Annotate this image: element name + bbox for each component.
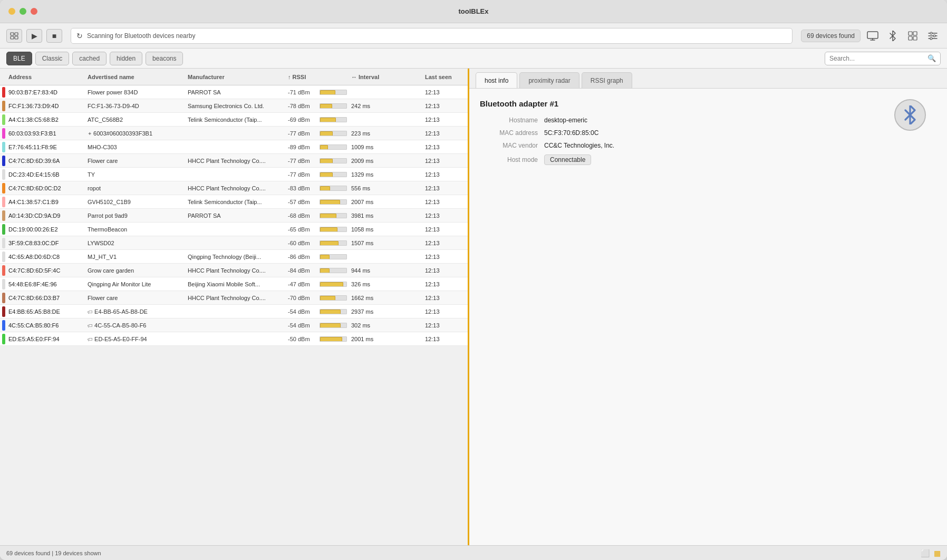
device-rssi: -50 dBm — [286, 336, 349, 342]
status-bar: 69 devices found | 19 devices shown ⬜ ▦ — [0, 545, 947, 560]
table-row[interactable]: E7:76:45:11:F8:9E MHO-C303 -89 dBm 1009 … — [0, 140, 468, 154]
device-manufacturer: Telink Semiconductor (Taip... — [186, 199, 286, 205]
filter-classic-button[interactable]: Classic — [35, 52, 70, 65]
table-row[interactable]: A0:14:3D:CD:9A:D9 Parrot pot 9ad9 PARROT… — [0, 209, 468, 223]
device-interval: 1329 ms — [349, 171, 423, 178]
table-row[interactable]: C4:7C:8D:66:D3:B7 Flower care HHCC Plant… — [0, 291, 468, 305]
device-last-seen: 12:13 — [423, 336, 468, 342]
device-name: ATC_C568B2 — [85, 117, 186, 123]
host-mode-label: Host mode — [480, 156, 538, 163]
device-table-body: 90:03:B7:E7:83:4D Flower power 834D PARR… — [0, 85, 468, 545]
device-name: MJ_HT_V1 — [85, 254, 186, 260]
table-row[interactable]: 54:48:E6:8F:4E:96 Qingping Air Monitor L… — [0, 277, 468, 291]
rssi-bar-fill — [320, 214, 336, 218]
table-row[interactable]: ED:E5:A5:E0:FF:94 🏷 ED-E5-A5-E0-FF-94 -5… — [0, 332, 468, 346]
device-color-indicator — [2, 238, 5, 248]
rssi-bar-fill — [320, 227, 337, 232]
device-last-seen: 12:13 — [423, 117, 468, 123]
device-address: E7:76:45:11:F8:9E — [6, 144, 85, 150]
table-row[interactable]: 90:03:B7:E7:83:4D Flower power 834D PARR… — [0, 85, 468, 99]
device-rssi: -68 dBm — [286, 213, 349, 219]
device-color-indicator — [2, 183, 5, 194]
table-row[interactable]: DC:19:00:00:26:E2 ThermoBeacon -65 dBm 1… — [0, 223, 468, 236]
device-color-indicator — [2, 197, 5, 207]
device-last-seen: 12:13 — [423, 213, 468, 219]
device-address: A4:C1:38:C5:68:B2 — [6, 117, 85, 123]
col-last-seen[interactable]: Last seen — [423, 74, 469, 80]
device-color-indicator — [2, 279, 5, 289]
svg-rect-5 — [909, 32, 912, 35]
device-manufacturer: Beijing Xiaomi Mobile Soft... — [186, 281, 286, 287]
device-rssi: -47 dBm — [286, 281, 349, 287]
device-interval: 556 ms — [349, 185, 423, 191]
col-interval[interactable]: ↔ Interval — [349, 74, 423, 80]
device-last-seen: 12:13 — [423, 158, 468, 164]
table-row[interactable]: 3F:59:C8:83:0C:DF LYWSD02 -60 dBm 1507 m… — [0, 236, 468, 250]
host-mode-badge: Connectable — [544, 155, 591, 165]
rssi-bar-bg — [320, 323, 347, 328]
device-color-indicator — [2, 114, 5, 125]
table-row[interactable]: C4:7C:8D:6D:0C:D2 ropot HHCC Plant Techn… — [0, 181, 468, 195]
close-button[interactable] — [31, 8, 37, 15]
search-box[interactable]: 🔍 — [825, 52, 941, 65]
col-address[interactable]: Address — [6, 74, 85, 80]
col-rssi[interactable]: ↑ RSSI — [286, 74, 349, 80]
device-manufacturer: PARROT SA — [186, 213, 286, 219]
tab-proximity-radar[interactable]: proximity radar — [519, 72, 579, 88]
filter-hidden-button[interactable]: hidden — [110, 52, 142, 65]
minimize-button[interactable] — [8, 8, 15, 15]
table-row[interactable]: A4:C1:38:57:C1:B9 GVH5102_C1B9 Telink Se… — [0, 195, 468, 209]
device-address: ED:E5:A5:E0:FF:94 — [6, 336, 85, 342]
scanning-spinner: ↻ — [76, 32, 83, 40]
tab-host-info[interactable]: host info — [476, 72, 517, 88]
tab-rssi-graph[interactable]: RSSI graph — [582, 72, 632, 88]
table-row[interactable]: 60:03:03:93:F3:B1 ✦ 6003#060030393F3B1 -… — [0, 127, 468, 140]
search-input[interactable] — [829, 55, 925, 62]
status-icon-1[interactable]: ⬜ — [921, 549, 930, 557]
device-address: C4:7C:8D:6D:39:6A — [6, 158, 85, 164]
device-name: LYWSD02 — [85, 240, 186, 246]
table-row[interactable]: 4C:65:A8:D0:6D:C8 MJ_HT_V1 Qingping Tech… — [0, 250, 468, 264]
device-rssi: -89 dBm — [286, 144, 349, 150]
filter-cached-button[interactable]: cached — [72, 52, 107, 65]
table-row[interactable]: FC:F1:36:73:D9:4D FC:F1-36-73-D9-4D Sams… — [0, 99, 468, 113]
maximize-button[interactable] — [20, 8, 26, 15]
table-row[interactable]: 4C:55:CA:B5:80:F6 🏷 4C-55-CA-B5-80-F6 -5… — [0, 318, 468, 332]
status-icon-2[interactable]: ▦ — [934, 549, 941, 557]
device-last-seen: 12:13 — [423, 171, 468, 178]
table-row[interactable]: C4:7C:8D:6D:5F:4C Grow care garden HHCC … — [0, 264, 468, 277]
mac-vendor-label: MAC vendor — [480, 142, 538, 149]
device-last-seen: 12:13 — [423, 103, 468, 109]
device-manufacturer: Telink Semiconductor (Taip... — [186, 117, 286, 123]
window-icon-button[interactable] — [6, 29, 22, 43]
device-last-seen: 12:13 — [423, 144, 468, 150]
settings-icon-button[interactable] — [925, 29, 941, 43]
col-manufacturer[interactable]: Manufacturer — [186, 74, 286, 80]
bluetooth-icon-button[interactable] — [885, 29, 901, 43]
device-address: 4C:55:CA:B5:80:F6 — [6, 322, 85, 329]
device-color-indicator — [2, 293, 5, 303]
monitor-icon-button[interactable] — [865, 29, 881, 43]
table-row[interactable]: C4:7C:8D:6D:39:6A Flower care HHCC Plant… — [0, 154, 468, 168]
table-header: Address Advertised name Manufacturer ↑ R… — [0, 69, 468, 85]
filter-ble-button[interactable]: BLE — [6, 52, 32, 65]
window-controls — [8, 8, 37, 15]
mac-address-row: MAC address 5C:F3:70:6D:85:0C — [480, 129, 936, 137]
rssi-bar-bg — [320, 90, 347, 95]
play-button[interactable]: ▶ — [26, 29, 42, 43]
table-row[interactable]: A4:C1:38:C5:68:B2 ATC_C568B2 Telink Semi… — [0, 113, 468, 127]
table-row[interactable]: DC:23:4D:E4:15:6B TY -77 dBm 1329 ms 12:… — [0, 168, 468, 181]
rssi-bar-fill — [320, 200, 340, 205]
filter-beacons-button[interactable]: beacons — [146, 52, 183, 65]
col-name[interactable]: Advertised name — [85, 74, 186, 80]
status-bar-right: ⬜ ▦ — [921, 549, 941, 557]
device-manufacturer: Samsung Electronics Co. Ltd. — [186, 103, 286, 109]
rssi-bar-bg — [320, 240, 347, 246]
device-interval: 2001 ms — [349, 336, 423, 342]
rssi-bar-fill — [320, 159, 333, 163]
device-last-seen: 12:13 — [423, 240, 468, 246]
device-interval: 3981 ms — [349, 213, 423, 219]
stop-button[interactable]: ■ — [46, 29, 62, 43]
grid-icon-button[interactable] — [905, 29, 921, 43]
table-row[interactable]: E4:BB:65:A5:B8:DE 🏷 E4-BB-65-A5-B8-DE -5… — [0, 305, 468, 318]
